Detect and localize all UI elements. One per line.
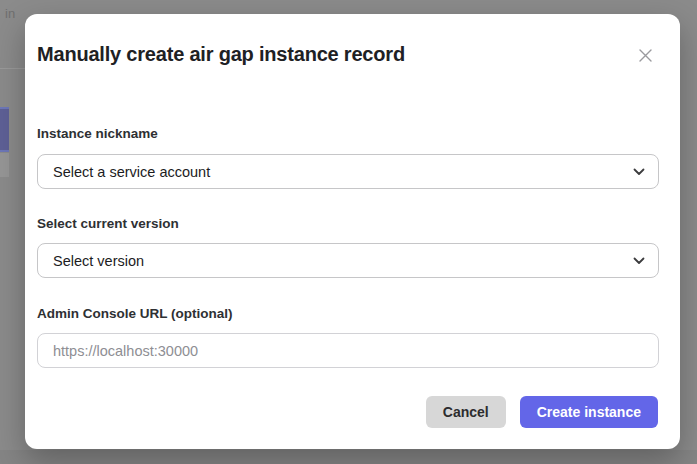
backdrop-button-fragment [0,107,9,152]
modal-footer: Cancel Create instance [37,396,658,428]
version-select[interactable]: Select version [37,243,659,278]
modal-title: Manually create air gap instance record [37,43,405,66]
x-icon [638,48,653,63]
version-select-wrap: Select version [37,243,659,278]
backdrop-bottom-band [0,450,697,464]
backdrop-clipped-text: in [5,6,15,21]
service-account-select[interactable]: Select a service account [37,154,659,189]
close-icon[interactable] [635,45,655,65]
backdrop-field-fragment [0,153,9,177]
screen: { "backdrop": { "partial_text": "in" }, … [0,0,697,464]
service-account-select-wrap: Select a service account [37,154,659,189]
current-version-label: Select current version [37,216,179,231]
admin-console-url-input[interactable] [37,333,659,368]
create-air-gap-instance-modal: Manually create air gap instance record … [25,14,680,449]
backdrop-divider [0,68,25,69]
create-instance-button[interactable]: Create instance [520,396,658,428]
instance-nickname-label: Instance nickname [37,126,158,141]
admin-console-url-label: Admin Console URL (optional) [37,306,233,321]
cancel-button[interactable]: Cancel [426,396,506,428]
